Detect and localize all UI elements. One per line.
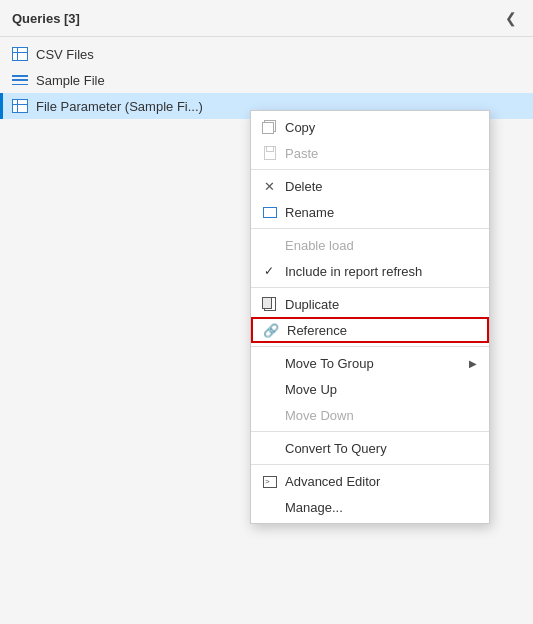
- paste-icon: [261, 145, 277, 161]
- query-item-sample-file[interactable]: Sample File: [0, 67, 533, 93]
- menu-item-delete[interactable]: ✕ Delete: [251, 173, 489, 199]
- menu-separator-4: [251, 346, 489, 347]
- menu-label-rename: Rename: [285, 205, 477, 220]
- panel-header: Queries [3] ❮: [0, 0, 533, 37]
- table-icon: [12, 98, 28, 114]
- menu-label-include-report: Include in report refresh: [285, 264, 477, 279]
- menu-label-move-down: Move Down: [285, 408, 477, 423]
- menu-item-enable-load[interactable]: Enable load: [251, 232, 489, 258]
- query-label: File Parameter (Sample Fi...): [36, 99, 203, 114]
- menu-item-move-down[interactable]: Move Down: [251, 402, 489, 428]
- duplicate-icon: [261, 296, 277, 312]
- sidebar-panel: Queries [3] ❮ CSV Files Sample File File…: [0, 0, 533, 624]
- menu-item-duplicate[interactable]: Duplicate: [251, 291, 489, 317]
- rename-icon: [261, 204, 277, 220]
- context-menu: Copy Paste ✕ Delete Rename Enable load ✓…: [250, 110, 490, 524]
- menu-label-duplicate: Duplicate: [285, 297, 477, 312]
- menu-label-reference: Reference: [287, 323, 477, 338]
- menu-item-paste[interactable]: Paste: [251, 140, 489, 166]
- query-label: Sample File: [36, 73, 105, 88]
- copy-icon: [261, 119, 277, 135]
- query-item-csv-files[interactable]: CSV Files: [0, 41, 533, 67]
- submenu-arrow: ▶: [469, 358, 477, 369]
- menu-item-reference[interactable]: 🔗 Reference: [251, 317, 489, 343]
- menu-item-convert-to-query[interactable]: Convert To Query: [251, 435, 489, 461]
- blank-icon-6: [261, 499, 277, 515]
- blank-icon: [261, 237, 277, 253]
- lines-icon: [12, 72, 28, 88]
- menu-label-move-to-group: Move To Group: [285, 356, 461, 371]
- menu-label-advanced-editor: Advanced Editor: [285, 474, 477, 489]
- menu-item-rename[interactable]: Rename: [251, 199, 489, 225]
- panel-title: Queries [3]: [12, 11, 80, 26]
- blank-icon-4: [261, 407, 277, 423]
- menu-item-manage[interactable]: Manage...: [251, 494, 489, 520]
- menu-label-delete: Delete: [285, 179, 477, 194]
- x-icon: ✕: [261, 178, 277, 194]
- reference-icon: 🔗: [263, 322, 279, 338]
- blank-icon-2: [261, 355, 277, 371]
- menu-item-include-report[interactable]: ✓ Include in report refresh: [251, 258, 489, 284]
- blank-icon-3: [261, 381, 277, 397]
- menu-separator-5: [251, 431, 489, 432]
- menu-label-paste: Paste: [285, 146, 477, 161]
- menu-label-enable-load: Enable load: [285, 238, 477, 253]
- table-icon: [12, 46, 28, 62]
- menu-item-move-up[interactable]: Move Up: [251, 376, 489, 402]
- menu-item-move-to-group[interactable]: Move To Group ▶: [251, 350, 489, 376]
- advanced-editor-icon: [261, 473, 277, 489]
- menu-label-manage: Manage...: [285, 500, 477, 515]
- menu-separator-2: [251, 228, 489, 229]
- menu-label-convert-to-query: Convert To Query: [285, 441, 477, 456]
- menu-separator-3: [251, 287, 489, 288]
- menu-label-copy: Copy: [285, 120, 477, 135]
- menu-item-advanced-editor[interactable]: Advanced Editor: [251, 468, 489, 494]
- menu-separator-1: [251, 169, 489, 170]
- menu-item-copy[interactable]: Copy: [251, 114, 489, 140]
- blank-icon-5: [261, 440, 277, 456]
- menu-label-move-up: Move Up: [285, 382, 477, 397]
- menu-separator-6: [251, 464, 489, 465]
- check-icon: ✓: [261, 263, 277, 279]
- collapse-button[interactable]: ❮: [501, 8, 521, 28]
- query-label: CSV Files: [36, 47, 94, 62]
